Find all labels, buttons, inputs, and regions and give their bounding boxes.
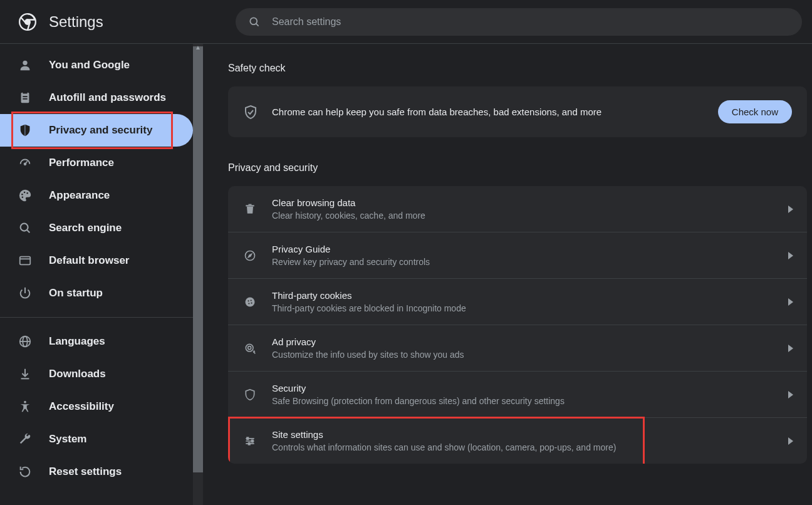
person-icon (18, 58, 33, 73)
sidebar-item-label: On startup (49, 287, 103, 299)
svg-rect-7 (23, 96, 27, 97)
svg-rect-26 (246, 205, 254, 206)
chevron-right-icon (788, 206, 793, 213)
search-icon (18, 221, 33, 236)
speedometer-icon (18, 155, 33, 170)
row-clear-browsing-data[interactable]: Clear browsing data Clear history, cooki… (228, 186, 807, 232)
sidebar-item-appearance[interactable]: Appearance (0, 179, 193, 212)
sidebar-item-label: Autofill and passwords (49, 91, 166, 104)
row-title: Security (272, 383, 788, 393)
svg-point-10 (24, 163, 26, 165)
download-icon (18, 367, 33, 382)
svg-rect-42 (249, 442, 251, 444)
sidebar-item-languages[interactable]: Languages (0, 325, 193, 358)
row-subtitle: Review key privacy and security controls (272, 257, 788, 267)
row-subtitle: Third-party cookies are blocked in Incog… (272, 303, 788, 313)
chevron-right-icon (788, 391, 793, 398)
svg-marker-29 (249, 254, 252, 257)
main-content: Safety check Chrome can help keep you sa… (203, 44, 812, 505)
clipboard-icon (18, 90, 33, 105)
row-security[interactable]: Security Safe Browsing (protection from … (228, 372, 807, 418)
chevron-right-icon (788, 345, 793, 352)
sidebar-item-label: Privacy and security (49, 124, 152, 137)
svg-rect-6 (23, 91, 27, 94)
privacy-list: Clear browsing data Clear history, cooki… (228, 186, 807, 464)
shield-outline-icon (242, 388, 258, 401)
svg-point-2 (250, 18, 257, 24)
safety-check-card: Chrome can help keep you safe from data … (228, 86, 807, 137)
svg-point-13 (26, 192, 28, 194)
row-subtitle: Safe Browsing (protection from dangerous… (272, 396, 788, 406)
header-left: Settings (10, 13, 236, 31)
sidebar-item-you-and-google[interactable]: You and Google (0, 49, 193, 81)
sidebar-item-on-startup[interactable]: On startup (0, 277, 193, 310)
sidebar-item-label: Reset settings (49, 466, 122, 478)
row-title: Clear browsing data (272, 197, 788, 208)
row-title: Ad privacy (272, 336, 788, 347)
globe-icon (18, 334, 33, 349)
scroll-up-icon[interactable]: ▲ (194, 44, 202, 51)
row-site-settings[interactable]: Site settings Controls what information … (228, 418, 807, 464)
safety-check-text: Chrome can help keep you safe from data … (272, 107, 718, 117)
row-privacy-guide[interactable]: Privacy Guide Review key privacy and sec… (228, 232, 807, 279)
chevron-right-icon (788, 437, 793, 445)
svg-rect-40 (247, 437, 249, 439)
sidebar-scrollbar[interactable]: ▲ (193, 44, 203, 505)
svg-point-33 (248, 303, 249, 304)
page-title: Settings (49, 13, 103, 31)
safety-section-title: Safety check (228, 63, 807, 74)
svg-point-12 (24, 192, 26, 194)
chevron-right-icon (788, 298, 793, 306)
privacy-section-title: Privacy and security (228, 162, 807, 174)
sidebar-item-privacy-security[interactable]: Privacy and security (0, 114, 193, 147)
sliders-icon (242, 435, 258, 447)
sidebar-item-label: Default browser (49, 254, 129, 267)
check-now-button[interactable]: Check now (718, 100, 792, 123)
sidebar-item-search-engine[interactable]: Search engine (0, 212, 193, 244)
svg-rect-27 (249, 204, 252, 205)
svg-rect-41 (252, 440, 254, 442)
row-title: Privacy Guide (272, 244, 788, 254)
shield-check-icon (243, 105, 258, 120)
svg-line-16 (27, 230, 29, 232)
row-subtitle: Customize the info used by sites to show… (272, 350, 788, 360)
row-third-party-cookies[interactable]: Third-party cookies Third-party cookies … (228, 279, 807, 325)
scrollbar-thumb[interactable] (193, 46, 203, 472)
sidebar: You and Google Autofill and passwords Pr… (0, 44, 203, 505)
sidebar-item-default-browser[interactable]: Default browser (0, 244, 193, 277)
svg-point-35 (246, 344, 253, 351)
svg-point-4 (23, 61, 27, 65)
svg-point-36 (248, 346, 251, 349)
svg-line-3 (256, 23, 259, 26)
body-area: You and Google Autofill and passwords Pr… (0, 44, 812, 505)
palette-icon (18, 188, 33, 203)
search-bar[interactable] (236, 8, 802, 36)
browser-icon (18, 253, 33, 268)
sidebar-item-autofill[interactable]: Autofill and passwords (0, 81, 193, 114)
svg-point-30 (246, 297, 255, 306)
row-title: Third-party cookies (272, 290, 788, 301)
search-input[interactable] (272, 16, 789, 28)
sidebar-item-label: Performance (49, 157, 114, 169)
row-title: Site settings (272, 429, 788, 440)
svg-rect-17 (20, 257, 31, 265)
reset-icon (18, 464, 33, 479)
sidebar-item-reset[interactable]: Reset settings (0, 456, 193, 488)
svg-point-11 (21, 194, 23, 195)
power-icon (18, 286, 33, 301)
sidebar-item-accessibility[interactable]: Accessibility (0, 390, 193, 423)
ad-target-icon (242, 342, 258, 355)
svg-point-34 (251, 302, 252, 303)
sidebar-item-performance[interactable]: Performance (0, 147, 193, 179)
sidebar-item-system[interactable]: System (0, 423, 193, 456)
row-ad-privacy[interactable]: Ad privacy Customize the info used by si… (228, 325, 807, 372)
sidebar-item-downloads[interactable]: Downloads (0, 358, 193, 390)
sidebar-item-label: Languages (49, 335, 105, 348)
sidebar-divider (0, 317, 193, 318)
svg-point-25 (24, 401, 26, 403)
sidebar-item-label: You and Google (49, 59, 130, 71)
cookie-icon (242, 296, 258, 308)
svg-rect-8 (23, 98, 27, 100)
svg-point-14 (22, 196, 24, 198)
header-bar: Settings (0, 0, 812, 44)
